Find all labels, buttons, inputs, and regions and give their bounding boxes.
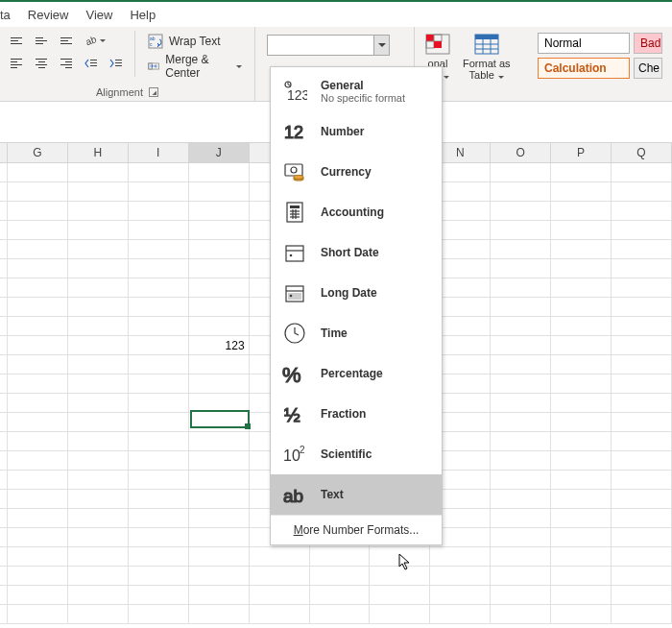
cell[interactable] <box>551 240 612 259</box>
cell[interactable] <box>189 355 250 374</box>
cell[interactable] <box>189 394 250 413</box>
cell[interactable] <box>129 336 189 355</box>
cell[interactable] <box>68 182 129 202</box>
cell[interactable] <box>551 605 612 624</box>
cell[interactable] <box>129 298 189 317</box>
cell[interactable] <box>491 278 551 298</box>
align-top-button[interactable] <box>6 31 27 50</box>
cell[interactable] <box>491 586 551 605</box>
cell[interactable] <box>129 605 189 624</box>
cell[interactable] <box>68 336 129 355</box>
cell[interactable] <box>430 547 491 567</box>
format-item-text[interactable]: abText <box>271 474 442 515</box>
cell[interactable] <box>612 317 672 336</box>
cell[interactable] <box>129 202 189 221</box>
cell[interactable] <box>129 240 189 259</box>
format-item-accounting[interactable]: Accounting <box>271 192 442 232</box>
cell[interactable] <box>491 259 551 278</box>
cell[interactable] <box>491 317 551 336</box>
cell[interactable] <box>189 374 250 394</box>
number-format-dropdown[interactable] <box>267 35 390 56</box>
format-item-long-date[interactable]: Long Date <box>271 273 442 313</box>
format-item-scientific[interactable]: 102Scientific <box>271 434 442 474</box>
cell[interactable] <box>491 451 551 471</box>
cell[interactable] <box>68 547 129 567</box>
cell[interactable] <box>68 528 129 547</box>
col-header-I[interactable]: I <box>129 143 189 162</box>
cell[interactable]: 123 <box>189 336 250 355</box>
cell[interactable] <box>491 336 551 355</box>
style-normal[interactable]: Normal <box>538 33 630 54</box>
cell[interactable] <box>612 202 672 221</box>
align-left-button[interactable] <box>6 54 27 73</box>
cell[interactable] <box>551 163 612 182</box>
cell[interactable] <box>551 528 612 547</box>
cell[interactable] <box>189 240 250 259</box>
cell[interactable] <box>129 451 189 471</box>
cell[interactable] <box>8 317 68 336</box>
cell[interactable] <box>612 163 672 182</box>
cell[interactable] <box>8 182 68 202</box>
cell[interactable] <box>430 605 491 624</box>
cell[interactable] <box>551 394 612 413</box>
alignment-dialog-launcher[interactable] <box>149 87 158 97</box>
cell[interactable] <box>551 202 612 221</box>
cell[interactable] <box>612 355 672 374</box>
cell[interactable] <box>68 355 129 374</box>
tab-data-partial[interactable]: ta <box>0 8 11 22</box>
cell[interactable] <box>551 298 612 317</box>
cell[interactable] <box>129 163 189 182</box>
cell[interactable] <box>612 586 672 605</box>
wrap-text-button[interactable]: abc Wrap Text <box>141 31 249 52</box>
cell[interactable] <box>189 605 250 624</box>
cell[interactable] <box>8 567 68 586</box>
cell[interactable] <box>68 490 129 509</box>
cell[interactable] <box>8 240 68 259</box>
format-item-percentage[interactable]: %Percentage <box>271 353 442 394</box>
cell[interactable] <box>612 336 672 355</box>
format-as-table-button[interactable]: Format asTable <box>459 31 515 83</box>
cell[interactable] <box>612 432 672 451</box>
cell[interactable] <box>129 528 189 547</box>
col-header-P[interactable]: P <box>551 143 612 162</box>
format-item-fraction[interactable]: ½Fraction <box>271 394 442 434</box>
cell[interactable] <box>551 317 612 336</box>
cell[interactable] <box>8 528 68 547</box>
tab-view[interactable]: View <box>85 8 112 22</box>
cell[interactable] <box>551 490 612 509</box>
cell[interactable] <box>612 298 672 317</box>
cell[interactable] <box>129 221 189 240</box>
increase-indent-button[interactable] <box>106 54 127 73</box>
cell[interactable] <box>129 182 189 202</box>
cell[interactable] <box>370 567 430 586</box>
col-header-Q[interactable]: Q <box>612 143 672 162</box>
cell[interactable] <box>8 221 68 240</box>
format-item-number[interactable]: 12Number <box>271 111 442 152</box>
cell[interactable] <box>491 432 551 451</box>
cell[interactable] <box>8 451 68 471</box>
cell[interactable] <box>250 547 310 567</box>
align-right-button[interactable] <box>56 54 77 73</box>
style-calculation[interactable]: Calculation <box>538 58 630 79</box>
cell[interactable] <box>189 163 250 182</box>
cell[interactable] <box>551 413 612 432</box>
cell[interactable] <box>68 317 129 336</box>
cell[interactable] <box>68 451 129 471</box>
cell[interactable] <box>189 221 250 240</box>
cell[interactable] <box>8 355 68 374</box>
cell[interactable] <box>430 586 491 605</box>
format-item-time[interactable]: Time <box>271 313 442 353</box>
cell[interactable] <box>612 547 672 567</box>
cell[interactable] <box>8 605 68 624</box>
cell[interactable] <box>129 432 189 451</box>
cell[interactable] <box>491 547 551 567</box>
cell[interactable] <box>189 298 250 317</box>
format-item-short-date[interactable]: Short Date <box>271 232 442 273</box>
cell[interactable] <box>551 547 612 567</box>
cell[interactable] <box>370 586 430 605</box>
cell[interactable] <box>310 547 371 567</box>
cell[interactable] <box>68 202 129 221</box>
cell[interactable] <box>129 509 189 528</box>
cell[interactable] <box>189 317 250 336</box>
cell[interactable] <box>8 202 68 221</box>
